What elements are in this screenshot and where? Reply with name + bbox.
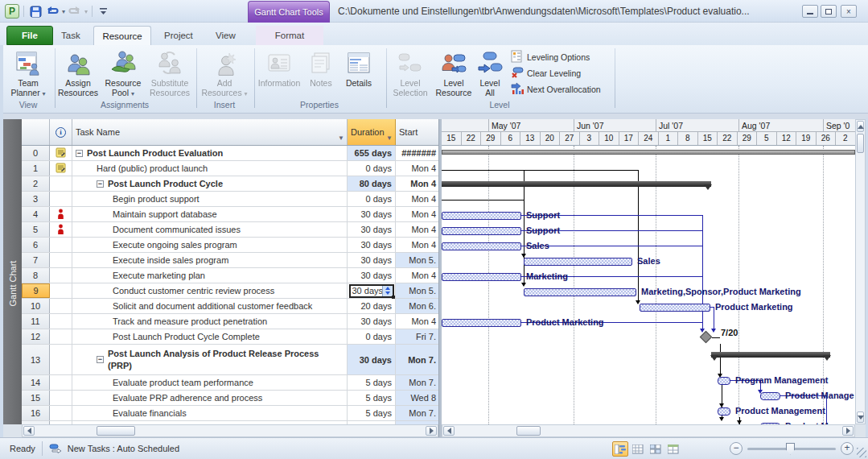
scroll-right-icon[interactable] bbox=[842, 426, 854, 436]
gantt-canvas[interactable]: SupportSupportSalesSalesMarketingMarketi… bbox=[442, 146, 855, 424]
contextual-tab-group[interactable]: Gantt Chart Tools bbox=[248, 1, 330, 23]
scroll-up-icon[interactable] bbox=[857, 121, 864, 132]
duration-cell[interactable]: 30 days bbox=[348, 238, 396, 252]
week-cell[interactable]: 29 bbox=[738, 132, 758, 145]
duration-cell[interactable]: 0 days bbox=[348, 161, 396, 176]
start-cell[interactable]: Mon 5. bbox=[396, 283, 438, 298]
team-planner-view-icon[interactable] bbox=[648, 441, 664, 457]
hscroll-thumb[interactable] bbox=[516, 426, 541, 436]
zoom-in-icon[interactable]: + bbox=[841, 442, 854, 455]
task-name-cell[interactable]: Execute inside sales program bbox=[72, 253, 348, 267]
duration-cell[interactable]: 5 days bbox=[348, 375, 396, 390]
task-bar[interactable] bbox=[524, 288, 636, 296]
row-number[interactable]: 10 bbox=[22, 299, 50, 313]
zoom-out-icon[interactable]: − bbox=[730, 442, 743, 455]
task-name-cell[interactable]: Conduct customer centric review process bbox=[72, 283, 348, 298]
milestone-icon[interactable] bbox=[700, 331, 713, 344]
week-cell[interactable]: 12 bbox=[777, 132, 797, 145]
start-cell[interactable]: Fri 7. bbox=[396, 329, 438, 344]
row-number[interactable]: 3 bbox=[22, 192, 50, 206]
indicator-cell[interactable] bbox=[50, 207, 72, 221]
zoom-slider-track[interactable] bbox=[747, 448, 836, 450]
details-button[interactable]: Details bbox=[339, 48, 378, 100]
indicator-cell[interactable] bbox=[50, 314, 72, 329]
task-bar[interactable] bbox=[640, 304, 710, 312]
zoom-slider-thumb[interactable] bbox=[786, 443, 795, 455]
minimize-button[interactable] bbox=[802, 5, 818, 18]
indicator-cell[interactable] bbox=[50, 375, 72, 390]
month-segment[interactable]: Jul '07 bbox=[656, 119, 738, 131]
row-number[interactable]: 15 bbox=[22, 391, 50, 405]
duration-cell[interactable]: 30 days bbox=[348, 253, 396, 267]
duration-cell[interactable]: 0 days bbox=[348, 192, 396, 206]
indicator-cell[interactable] bbox=[50, 222, 72, 237]
indicator-cell[interactable] bbox=[50, 253, 72, 267]
scroll-left-icon[interactable] bbox=[443, 426, 455, 436]
duration-cell[interactable]: 30 days bbox=[348, 207, 396, 221]
duration-cell[interactable]: 5 days bbox=[348, 391, 396, 405]
task-name-cell[interactable]: Maintain support database bbox=[72, 207, 348, 221]
filter-arrow-icon[interactable]: ▼ bbox=[338, 134, 344, 142]
task-name-cell[interactable]: −Post Launch Analysis of Product Release… bbox=[72, 345, 348, 374]
task-bar[interactable] bbox=[442, 212, 521, 220]
start-header[interactable]: Start bbox=[396, 119, 438, 145]
month-segment[interactable]: Jun '07 bbox=[574, 119, 656, 131]
month-segment[interactable]: Aug '07 bbox=[738, 119, 823, 131]
team-planner-button[interactable]: TeamPlanner ▾ bbox=[6, 48, 50, 100]
task-name-cell[interactable]: Begin product support bbox=[72, 192, 348, 206]
indicator-cell[interactable] bbox=[50, 406, 72, 420]
chart-vscrollbar[interactable] bbox=[855, 119, 866, 424]
row-number[interactable]: 8 bbox=[22, 268, 50, 283]
collapse-icon[interactable]: − bbox=[97, 180, 104, 188]
week-cell[interactable]: 20 bbox=[541, 132, 561, 145]
indicator-cell[interactable] bbox=[50, 329, 72, 344]
task-name-cell[interactable]: Evaluate financials bbox=[72, 406, 348, 420]
task-bar[interactable] bbox=[718, 377, 730, 385]
task-name-cell[interactable]: Evaluate product team performance bbox=[72, 375, 348, 390]
row-number[interactable]: 6 bbox=[22, 238, 50, 252]
week-cell[interactable]: 26 bbox=[817, 132, 837, 145]
level-all-button[interactable]: LevelAll bbox=[475, 48, 505, 100]
tab-view[interactable]: View bbox=[204, 26, 247, 45]
spin-up-icon[interactable] bbox=[385, 287, 390, 290]
task-name-header[interactable]: Task Name ▼ bbox=[72, 119, 348, 145]
task-bar[interactable] bbox=[718, 407, 730, 416]
tab-task[interactable]: Task bbox=[50, 26, 92, 45]
summary-bar[interactable] bbox=[442, 181, 711, 187]
filter-arrow-icon[interactable]: ▼ bbox=[386, 134, 393, 142]
start-cell[interactable]: Mon 4 bbox=[396, 268, 438, 283]
duration-header[interactable]: Duration ▼ bbox=[348, 119, 396, 145]
week-cell[interactable]: 29 bbox=[481, 132, 501, 145]
task-name-cell[interactable]: Execute ongoing sales program bbox=[72, 238, 348, 252]
next-overallocation-button[interactable]: Next Overallocation bbox=[508, 82, 603, 97]
week-cell[interactable]: 13 bbox=[520, 132, 541, 145]
start-cell[interactable]: Mon 4 bbox=[396, 176, 438, 191]
collapse-icon[interactable]: − bbox=[97, 356, 104, 363]
month-segment[interactable]: May '07 bbox=[488, 119, 574, 131]
level-resource-button[interactable]: LevelResource bbox=[433, 48, 475, 100]
resize-grip[interactable] bbox=[857, 448, 866, 457]
start-cell[interactable]: Mon 4 bbox=[396, 314, 438, 329]
task-name-cell[interactable]: Track and measure product penetration bbox=[72, 314, 348, 329]
duration-cell[interactable]: 30 days bbox=[348, 345, 396, 374]
start-cell[interactable]: Mon 4 bbox=[396, 207, 438, 221]
indicator-cell[interactable] bbox=[50, 161, 72, 176]
save-icon[interactable] bbox=[28, 4, 43, 19]
duration-cell[interactable]: 30 days bbox=[348, 222, 396, 237]
task-bar[interactable] bbox=[442, 227, 521, 235]
scroll-down-icon[interactable] bbox=[857, 411, 864, 423]
start-cell[interactable]: Mon 4 bbox=[396, 238, 438, 252]
row-number[interactable]: 13 bbox=[22, 345, 50, 374]
summary-bar[interactable] bbox=[711, 352, 830, 358]
resource-pool-button[interactable]: ResourcePool ▾ bbox=[100, 48, 146, 100]
week-cell[interactable]: 5 bbox=[757, 132, 777, 145]
start-cell[interactable]: Mon 7. bbox=[396, 345, 438, 374]
week-cell[interactable]: 3 bbox=[580, 132, 600, 145]
row-number[interactable]: 12 bbox=[22, 329, 50, 344]
app-logo-icon[interactable]: P bbox=[5, 4, 19, 19]
row-number[interactable]: 9 bbox=[22, 283, 50, 298]
indicator-cell[interactable] bbox=[50, 192, 72, 206]
task-bar[interactable] bbox=[442, 319, 521, 327]
duration-cell[interactable]: 80 days bbox=[348, 176, 396, 191]
row-number[interactable]: 11 bbox=[22, 314, 50, 329]
